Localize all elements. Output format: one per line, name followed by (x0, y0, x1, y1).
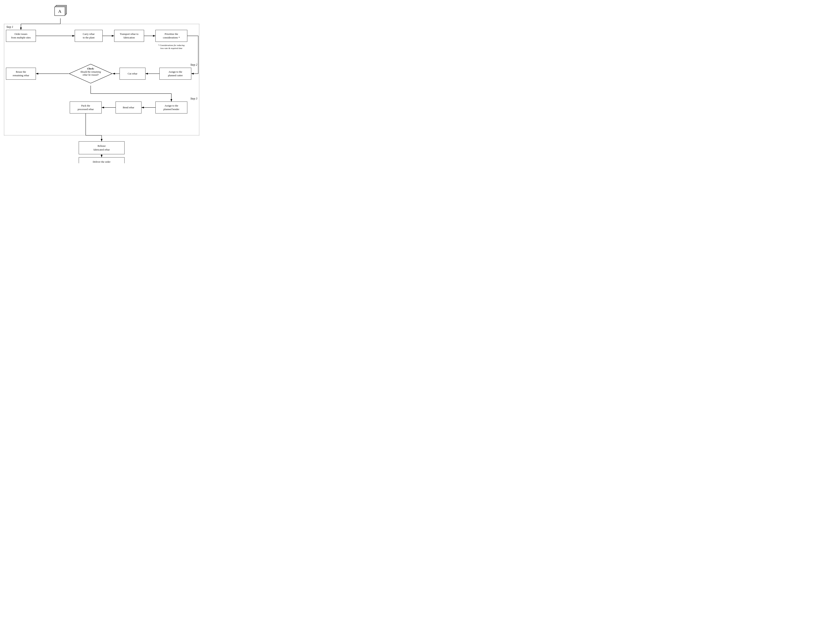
diagram-container: A Step 1 Order issuesfrom multiple sites… (4, 4, 199, 159)
carry-rebar-box: Carry rebarto the plant (75, 30, 103, 42)
release-rebar-box: Releasefabricated rebar (79, 141, 124, 154)
svg-text:A: A (58, 9, 61, 14)
footnote: * Considerations for reducingloss rate &… (152, 44, 191, 50)
order-issues-box: Order issuesfrom multiple sites (6, 30, 36, 42)
reuse-rebar-box: Reuse theremaining rebar (6, 68, 36, 80)
assign-bender-box: Assign to theplanned bender (155, 101, 187, 113)
start-symbol: A (54, 4, 69, 18)
transport-rebar-box: Transport rebar tofabrication (114, 30, 144, 42)
diamond-container: Check:Should the remainingrebar be reuse… (69, 64, 113, 84)
step3-label: Step 3 (190, 97, 197, 100)
cut-rebar-box: Cut rebar (120, 68, 146, 80)
pack-rebar-box: Pack theprocessed rebar (70, 101, 102, 113)
step1-label: Step 1 (6, 26, 13, 29)
assign-cutter-box: Assign to theplanned cutter (160, 68, 191, 80)
deliver-order-box: Deliver the orderto each site (79, 157, 124, 163)
step2-label: Step 2 (190, 63, 197, 66)
bend-rebar-box: Bend rebar (115, 101, 141, 113)
prioritize-box: Prioritize theconsiderations * (155, 30, 187, 42)
